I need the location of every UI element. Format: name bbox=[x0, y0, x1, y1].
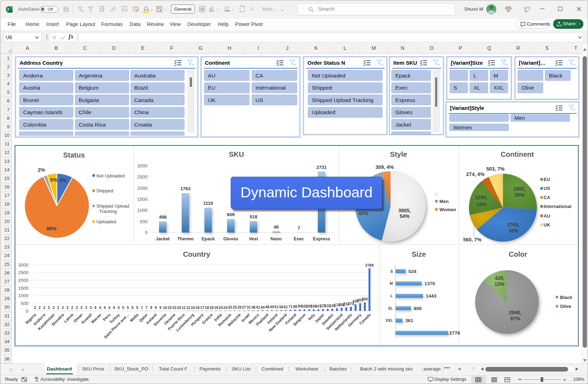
svg-text:86: 86 bbox=[293, 304, 297, 309]
svg-text:274, 4%: 274, 4% bbox=[466, 171, 485, 177]
svg-text:3000: 3000 bbox=[18, 262, 28, 268]
svg-text:49: 49 bbox=[270, 305, 274, 309]
svg-text:609: 609 bbox=[227, 212, 235, 217]
svg-text:Epack: Epack bbox=[202, 236, 215, 241]
svg-text:1500: 1500 bbox=[137, 197, 148, 202]
svg-text:1763: 1763 bbox=[180, 186, 191, 191]
svg-text:7: 7 bbox=[298, 225, 300, 231]
svg-text:US: US bbox=[544, 186, 550, 191]
svg-text:2: 2 bbox=[66, 305, 69, 310]
svg-text:Kuwait: Kuwait bbox=[81, 313, 93, 325]
svg-text:Men: Men bbox=[439, 199, 449, 204]
svg-text:24: 24 bbox=[219, 305, 223, 310]
svg-text:UK: UK bbox=[544, 222, 550, 228]
svg-text:2: 2 bbox=[48, 305, 50, 310]
svg-text:2: 2 bbox=[57, 305, 59, 310]
svg-text:S: S bbox=[390, 269, 393, 273]
svg-text:51: 51 bbox=[274, 305, 279, 309]
svg-text:International: International bbox=[544, 204, 571, 209]
svg-text:11: 11 bbox=[182, 305, 186, 310]
svg-text:13%: 13% bbox=[495, 281, 505, 287]
svg-text:3000: 3000 bbox=[137, 163, 148, 169]
svg-text:56: 56 bbox=[279, 305, 283, 309]
svg-text:9: 9 bbox=[155, 305, 157, 310]
svg-text:SKU: SKU bbox=[229, 150, 244, 158]
svg-text:Express: Express bbox=[313, 236, 330, 241]
svg-text:4: 4 bbox=[103, 305, 106, 310]
svg-text:Macao: Macao bbox=[90, 313, 102, 324]
svg-text:361: 361 bbox=[405, 318, 413, 323]
svg-text:61: 61 bbox=[284, 305, 288, 309]
svg-text:7: 7 bbox=[145, 305, 148, 310]
svg-text:3905,: 3905, bbox=[398, 208, 411, 213]
svg-text:560: 560 bbox=[362, 297, 368, 301]
svg-text:Uploaded: Uploaded bbox=[96, 219, 116, 224]
svg-text:87%: 87% bbox=[510, 316, 520, 321]
svg-text:10: 10 bbox=[177, 305, 181, 310]
svg-text:1370: 1370 bbox=[424, 281, 435, 286]
svg-text:560, 7%: 560, 7% bbox=[463, 237, 482, 242]
svg-text:503, 7%: 503, 7% bbox=[486, 166, 505, 172]
svg-text:2000: 2000 bbox=[137, 186, 148, 191]
svg-text:L: L bbox=[391, 294, 393, 298]
svg-text:24: 24 bbox=[223, 305, 228, 310]
svg-text:8%: 8% bbox=[59, 177, 67, 183]
svg-text:1110: 1110 bbox=[203, 201, 213, 206]
svg-text:44: 44 bbox=[261, 305, 265, 309]
svg-text:26%: 26% bbox=[514, 192, 525, 198]
svg-text:309, 4%: 309, 4% bbox=[375, 164, 394, 170]
svg-text:25: 25 bbox=[228, 305, 232, 309]
svg-text:3: 3 bbox=[80, 305, 82, 310]
svg-text:42%: 42% bbox=[358, 210, 369, 216]
svg-text:2731: 2731 bbox=[316, 165, 327, 170]
svg-text:2948,: 2948, bbox=[509, 310, 521, 315]
svg-text:2: 2 bbox=[34, 305, 36, 310]
svg-text:Thermo: Thermo bbox=[177, 236, 194, 241]
svg-text:1882,: 1882, bbox=[513, 186, 525, 192]
svg-text:2769: 2769 bbox=[365, 263, 374, 267]
svg-text:806: 806 bbox=[414, 306, 422, 311]
svg-text:498: 498 bbox=[159, 214, 167, 220]
svg-text:41: 41 bbox=[256, 305, 260, 309]
svg-text:5: 5 bbox=[127, 305, 129, 310]
svg-text:27: 27 bbox=[242, 305, 246, 309]
svg-text:38: 38 bbox=[251, 305, 256, 309]
svg-text:Vest: Vest bbox=[249, 236, 258, 241]
svg-text:2: 2 bbox=[38, 305, 41, 310]
svg-text:M: M bbox=[390, 281, 393, 286]
svg-text:9: 9 bbox=[150, 305, 152, 310]
svg-text:CA: CA bbox=[544, 195, 550, 200]
svg-text:46: 46 bbox=[274, 224, 279, 230]
svg-text:1443: 1443 bbox=[426, 293, 437, 299]
svg-text:4: 4 bbox=[118, 305, 120, 310]
svg-text:2: 2 bbox=[71, 305, 73, 310]
svg-text:0: 0 bbox=[26, 309, 28, 314]
svg-text:1000: 1000 bbox=[18, 293, 28, 298]
svg-text:500: 500 bbox=[140, 219, 148, 224]
svg-text:16: 16 bbox=[196, 305, 200, 310]
svg-text:5%: 5% bbox=[50, 177, 58, 183]
svg-text:17: 17 bbox=[200, 305, 204, 310]
svg-text:18%: 18% bbox=[476, 202, 487, 207]
svg-text:524: 524 bbox=[408, 269, 417, 274]
svg-text:2778: 2778 bbox=[449, 330, 460, 336]
svg-text:Size: Size bbox=[412, 250, 426, 258]
svg-text:18: 18 bbox=[209, 305, 214, 310]
svg-text:9: 9 bbox=[159, 305, 161, 310]
svg-text:1294,: 1294, bbox=[475, 194, 487, 200]
svg-text:3: 3 bbox=[85, 305, 87, 310]
svg-text:25: 25 bbox=[232, 305, 237, 309]
svg-text:5: 5 bbox=[136, 305, 138, 310]
svg-text:2: 2 bbox=[53, 305, 55, 310]
svg-text:Nano: Nano bbox=[271, 236, 282, 241]
svg-text:Color: Color bbox=[509, 250, 527, 258]
svg-text:19: 19 bbox=[214, 305, 218, 310]
svg-text:1500: 1500 bbox=[18, 286, 28, 291]
svg-text:2: 2 bbox=[62, 305, 64, 310]
svg-text:5: 5 bbox=[132, 305, 134, 310]
svg-text:518: 518 bbox=[250, 214, 257, 219]
svg-text:16: 16 bbox=[191, 305, 195, 310]
svg-text:2500: 2500 bbox=[18, 270, 28, 275]
svg-text:Tracking: Tracking bbox=[99, 209, 117, 214]
svg-text:0: 0 bbox=[145, 230, 148, 235]
